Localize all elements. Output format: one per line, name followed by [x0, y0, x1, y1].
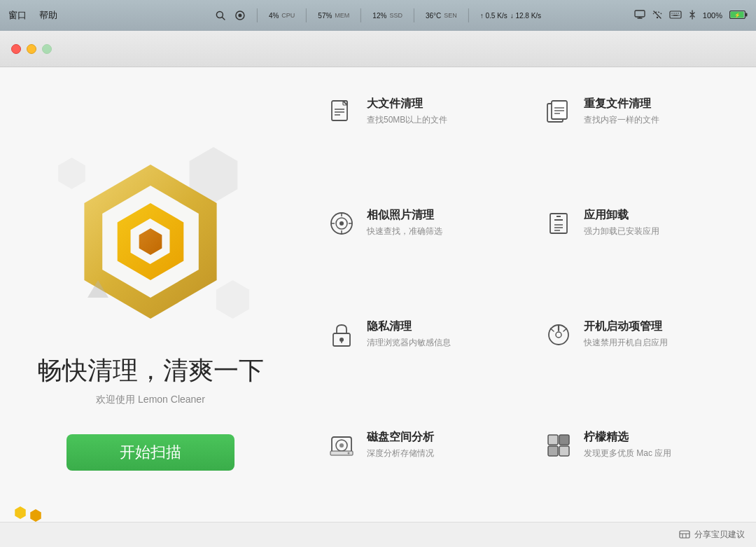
feature-large-file[interactable]: 大文件清理 查找50MB以上的文件: [315, 88, 525, 193]
similar-photo-title: 相似照片清理: [367, 208, 442, 223]
feature-duplicate-file[interactable]: 重复文件清理 查找内容一样的文件: [532, 88, 742, 193]
app-logo: [52, 144, 248, 340]
separator-5: [468, 8, 469, 22]
large-file-icon: [326, 97, 357, 127]
svg-rect-19: [746, 13, 748, 17]
keyboard-icon[interactable]: [669, 11, 682, 20]
svg-rect-53: [548, 435, 558, 445]
feature-lemon-select[interactable]: 柠檬精选 发现更多优质 Mac 应用: [532, 422, 742, 526]
svg-line-1: [222, 18, 225, 20]
wifi-icon: [652, 10, 662, 21]
disk-analyze-text: 磁盘空间分析 深度分析存储情况: [367, 430, 434, 459]
startup-icon: [543, 319, 574, 350]
lemon-select-title: 柠檬精选: [584, 430, 671, 445]
svg-rect-54: [559, 435, 569, 445]
svg-point-3: [238, 14, 241, 18]
svg-rect-27: [552, 101, 567, 119]
svg-rect-57: [680, 531, 690, 538]
title-bar: [0, 31, 756, 67]
svg-text:⚡: ⚡: [734, 12, 741, 18]
mem-status: 57% MEM: [318, 12, 349, 20]
app-tagline: 畅快清理，清爽一下: [37, 354, 264, 388]
startup-manage-text: 开机启动项管理 快速禁用开机自启应用: [584, 319, 668, 349]
svg-point-8: [657, 17, 658, 18]
large-file-desc: 查找50MB以上的文件: [367, 114, 447, 126]
share-feedback[interactable]: 分享宝贝建议: [679, 529, 745, 541]
app-uninstall-text: 应用卸载 强力卸载已安装应用: [584, 208, 659, 237]
large-file-title: 大文件清理: [367, 97, 447, 111]
app-uninstall-icon: [543, 208, 574, 239]
menu-help[interactable]: 帮助: [39, 9, 57, 22]
main-content: 畅快清理，清爽一下 欢迎使用 Lemon Cleaner 开始扫描: [0, 67, 756, 547]
bottom-bar: 分享宝贝建议: [0, 522, 756, 547]
app-uninstall-title: 应用卸载: [584, 208, 659, 223]
app-window: 畅快清理，清爽一下 欢迎使用 Lemon Cleaner 开始扫描: [0, 31, 756, 547]
privacy-icon: [326, 319, 357, 350]
close-button[interactable]: [11, 44, 21, 54]
lemon-select-text: 柠檬精选 发现更多优质 Mac 应用: [584, 430, 671, 459]
svg-rect-55: [548, 446, 558, 456]
duplicate-file-desc: 查找内容一样的文件: [584, 114, 659, 126]
temp-status: 36°C SEN: [426, 12, 457, 20]
privacy-clean-desc: 清理浏览器内敏感信息: [367, 337, 451, 349]
duplicate-file-title: 重复文件清理: [584, 97, 659, 111]
feature-disk-analyze[interactable]: 磁盘空间分析 深度分析存储情况: [315, 422, 525, 526]
disk-analyze-desc: 深度分析存储情况: [367, 448, 434, 459]
privacy-clean-text: 隐私清理 清理浏览器内敏感信息: [367, 319, 451, 349]
battery-level: 100%: [703, 11, 722, 20]
svg-point-33: [340, 221, 344, 226]
bottom-decoration: [14, 506, 42, 522]
svg-point-50: [340, 443, 344, 448]
duplicate-file-text: 重复文件清理 查找内容一样的文件: [584, 97, 659, 126]
feature-privacy-clean[interactable]: 隐私清理 清理浏览器内敏感信息: [315, 311, 525, 415]
separator-3: [360, 8, 361, 22]
separator-1: [257, 8, 258, 22]
monitor-icon[interactable]: [634, 10, 645, 21]
svg-point-52: [348, 452, 350, 455]
start-scan-button[interactable]: 开始扫描: [66, 434, 234, 471]
lemon-select-icon: [543, 430, 574, 461]
lemon-select-desc: 发现更多优质 Mac 应用: [584, 448, 671, 459]
app-uninstall-desc: 强力卸载已安装应用: [584, 226, 659, 237]
menu-window[interactable]: 窗口: [8, 9, 27, 22]
traffic-lights: [11, 44, 52, 54]
search-icon[interactable]: [215, 10, 226, 21]
small-hex-1: [14, 506, 27, 519]
disk-icon: [326, 430, 357, 461]
svg-point-47: [556, 332, 561, 338]
disk-analyze-title: 磁盘空间分析: [367, 430, 434, 445]
features-grid: 大文件清理 查找50MB以上的文件 重复文件清理: [301, 67, 756, 547]
svg-rect-21: [332, 101, 347, 120]
battery-icon: ⚡: [729, 11, 748, 20]
net-status: ↑ 0.5 K/s ↓ 12.8 K/s: [480, 12, 541, 20]
startup-manage-title: 开机启动项管理: [584, 319, 668, 334]
cpu-status: 4% CPU: [269, 12, 295, 20]
separator-2: [306, 8, 307, 22]
ssd-status: 12% SSD: [372, 12, 402, 20]
menu-bar: 窗口 帮助 4% CPU 57% MEM 12%: [0, 0, 756, 31]
similar-photo-text: 相似照片清理 快速查找，准确筛选: [367, 208, 442, 237]
share-icon: [679, 530, 690, 540]
small-hex-2: [29, 509, 42, 522]
maximize-button[interactable]: [42, 44, 52, 54]
feature-startup-manage[interactable]: 开机启动项管理 快速禁用开机自启应用: [532, 311, 742, 415]
large-file-text: 大文件清理 查找50MB以上的文件: [367, 97, 447, 126]
privacy-clean-title: 隐私清理: [367, 319, 451, 334]
startup-manage-desc: 快速禁用开机自启应用: [584, 337, 668, 349]
feature-similar-photo[interactable]: 相似照片清理 快速查找，准确筛选: [315, 200, 525, 304]
share-text: 分享宝贝建议: [694, 529, 745, 541]
deco-triangle: [88, 280, 108, 298]
bluetooth-icon: [689, 10, 696, 21]
system-status-icon[interactable]: [234, 10, 246, 21]
svg-rect-9: [670, 11, 681, 18]
left-panel: 畅快清理，清爽一下 欢迎使用 Lemon Cleaner 开始扫描: [0, 67, 301, 547]
similar-photo-icon: [326, 208, 357, 239]
minimize-button[interactable]: [27, 44, 36, 54]
similar-photo-desc: 快速查找，准确筛选: [367, 226, 442, 237]
app-subtitle: 欢迎使用 Lemon Cleaner: [96, 394, 205, 406]
duplicate-file-icon: [543, 97, 574, 127]
svg-rect-4: [635, 11, 645, 17]
separator-4: [414, 8, 414, 22]
feature-app-uninstall[interactable]: 应用卸载 强力卸载已安装应用: [532, 200, 742, 304]
svg-rect-56: [559, 446, 569, 456]
